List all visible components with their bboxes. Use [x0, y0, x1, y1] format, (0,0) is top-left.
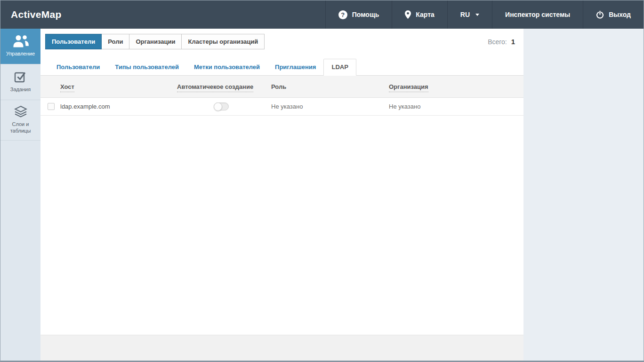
table-empty-space [40, 116, 523, 335]
column-header-role: Роль [271, 83, 389, 90]
total-value: 1 [511, 38, 515, 46]
tab-organization-clusters[interactable]: Кластеры организаций [181, 34, 265, 49]
column-header-role-label: Роль [271, 83, 286, 90]
sidebar-item-label: Задания [10, 87, 31, 93]
help-icon: ? [338, 10, 347, 19]
sidebar-item-label: Управление [6, 51, 35, 57]
map-pin-icon [405, 10, 411, 19]
subtab-ldap[interactable]: LDAP [323, 59, 356, 76]
sidebar-item-tasks[interactable]: Задания [0, 64, 40, 100]
column-header-auto-create: Автоматичекое создание [177, 83, 271, 90]
language-selector[interactable]: RU [447, 0, 492, 29]
topbar: ActiveMap ? Помощь Карта RU [0, 0, 644, 29]
primary-tabs: Пользователи Роли Организации Кластеры о… [40, 29, 523, 49]
subtab-user-labels[interactable]: Метки пользователей [186, 59, 267, 75]
sidebar: Управление Задания [0, 29, 40, 361]
topnav-system-inspector[interactable]: Инспектор системы [492, 0, 583, 29]
topnav-map-label: Карта [416, 11, 435, 18]
chevron-down-icon [475, 14, 479, 16]
column-header-host: Хост [60, 83, 177, 90]
tab-organizations[interactable]: Организации [129, 34, 182, 49]
toggle-knob [214, 102, 222, 111]
users-group-icon [12, 35, 29, 47]
topnav-inspector-label: Инспектор системы [505, 11, 570, 18]
cell-host: ldap.example.com [60, 103, 177, 110]
page-body: Управление Задания [0, 29, 644, 361]
sidebar-item-layers[interactable]: Слои и таблицы [0, 100, 40, 141]
total-label: Всего: [488, 38, 507, 46]
column-header-organization-label[interactable]: Организация [389, 83, 428, 92]
subtab-invitations[interactable]: Приглашения [267, 59, 323, 75]
topnav-help-label: Помощь [352, 11, 379, 18]
power-icon [596, 11, 604, 19]
sidebar-item-management[interactable]: Управление [0, 29, 40, 64]
sidebar-item-label: Слои и таблицы [2, 121, 39, 134]
topnav: ? Помощь Карта RU Инспектор системы [325, 0, 644, 29]
table-header: Хост Автоматичекое создание Роль Организ… [40, 76, 523, 98]
cell-role: Не указано [271, 103, 389, 110]
column-header-organization: Организация [389, 83, 523, 90]
table-row[interactable]: ldap.example.com Не указано Не указано [40, 98, 523, 116]
subtab-user-types[interactable]: Типы пользователей [107, 59, 186, 75]
checkbox-check-icon [14, 71, 27, 83]
activemap-window: ActiveMap ? Помощь Карта RU [0, 0, 644, 362]
auto-create-toggle[interactable] [214, 102, 229, 110]
app-logo: ActiveMap [0, 0, 72, 29]
footer-bar [40, 335, 523, 361]
tab-users[interactable]: Пользователи [45, 34, 102, 49]
topnav-logout[interactable]: Выход [583, 0, 644, 29]
language-label: RU [460, 11, 470, 18]
right-gutter [523, 29, 644, 361]
main-content: Пользователи Роли Организации Кластеры о… [40, 29, 523, 361]
total-counter: Всего: 1 [488, 34, 515, 46]
layers-icon [14, 105, 27, 118]
row-checkbox[interactable] [48, 103, 55, 110]
cell-auto-create [177, 102, 271, 110]
column-header-host-label[interactable]: Хост [60, 83, 74, 92]
column-header-auto-create-label[interactable]: Автоматичекое создание [177, 83, 253, 92]
topnav-help[interactable]: ? Помощь [325, 0, 392, 29]
row-checkbox-cell [40, 103, 60, 110]
secondary-tabs: Пользователи Типы пользователей Метки по… [40, 59, 523, 76]
topnav-map[interactable]: Карта [392, 0, 447, 29]
tab-roles[interactable]: Роли [101, 34, 129, 49]
topnav-logout-label: Выход [609, 11, 631, 18]
cell-organization: Не указано [389, 103, 523, 110]
subtab-users[interactable]: Пользователи [49, 59, 107, 75]
